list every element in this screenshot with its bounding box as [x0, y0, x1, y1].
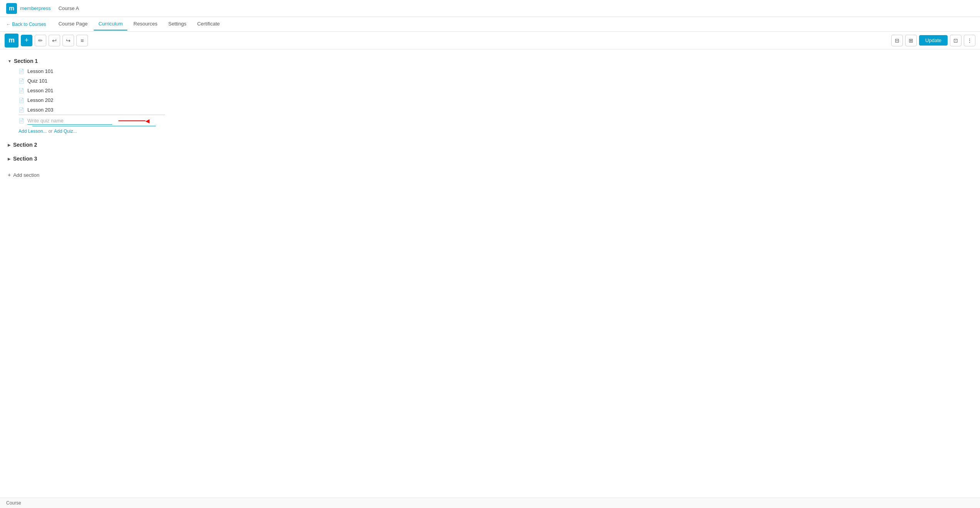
logo-text: memberpress	[20, 5, 51, 11]
tab-settings[interactable]: Settings	[164, 18, 191, 30]
tab-certificate[interactable]: Certificate	[192, 18, 224, 30]
external-link-button[interactable]: ⊞	[905, 35, 917, 46]
lesson-name: Lesson 202	[27, 97, 53, 103]
toolbar: m + ✏ ↩ ↪ ≡ ⊟ ⊞ Update ⊡ ⋮	[0, 32, 980, 49]
list-item: 📄 Lesson 202	[8, 95, 972, 105]
section-2-toggle-icon: ▶	[8, 143, 11, 147]
add-quiz-link[interactable]: Add Quiz...	[54, 129, 77, 134]
lesson-icon: 📄	[19, 107, 24, 113]
quiz-input-row: 📄 ◀	[8, 115, 972, 127]
quiz-name: Quiz 101	[27, 78, 47, 84]
new-quiz-icon: 📄	[19, 118, 24, 124]
tab-resources[interactable]: Resources	[129, 18, 162, 30]
plus-icon: +	[8, 172, 11, 178]
section-3-title: Section 3	[13, 156, 37, 162]
list-item: 📄 Lesson 203	[8, 105, 972, 115]
list-button[interactable]: ≡	[76, 35, 88, 46]
section-2: ▶ Section 2	[8, 139, 972, 150]
section-3-header[interactable]: ▶ Section 3	[8, 153, 972, 164]
update-button[interactable]: Update	[919, 35, 948, 46]
logo-area: m memberpress Course A	[6, 3, 79, 14]
add-section-row[interactable]: + Add section	[8, 169, 972, 181]
section-3-toggle-icon: ▶	[8, 157, 11, 161]
add-lesson-link[interactable]: Add Lesson...	[19, 129, 47, 134]
course-name: Course A	[58, 5, 79, 11]
lesson-icon: 📄	[19, 88, 24, 93]
nav-tabs: ← Back to Courses Course Page Curriculum…	[0, 17, 980, 32]
section-2-header[interactable]: ▶ Section 2	[8, 139, 972, 150]
pencil-button[interactable]: ✏	[35, 35, 46, 46]
add-lesson-quiz-row: Add Lesson... or Add Quiz...	[8, 126, 972, 136]
section-1-header[interactable]: ▼ Section 1	[8, 56, 972, 66]
add-button[interactable]: +	[21, 35, 32, 46]
section-1-toggle-icon: ▼	[8, 59, 12, 63]
section-1-title: Section 1	[14, 58, 38, 64]
more-options-button[interactable]: ⋮	[964, 35, 975, 46]
red-arrow-annotation: ◀	[118, 118, 150, 124]
section-2-title: Section 2	[13, 142, 37, 148]
lesson-icon: 📄	[19, 69, 24, 74]
tab-curriculum[interactable]: Curriculum	[94, 18, 127, 30]
lesson-icon: 📄	[19, 98, 24, 103]
redo-button[interactable]: ↪	[62, 35, 74, 46]
add-section-label: Add section	[13, 172, 39, 178]
list-item: 📄 Quiz 101	[8, 76, 972, 86]
toolbar-right: ⊟ ⊞ Update ⊡ ⋮	[891, 35, 975, 46]
or-text: or	[48, 129, 52, 134]
quiz-name-input[interactable]	[27, 117, 112, 125]
logo-m-icon: m	[6, 3, 17, 14]
section-1: ▼ Section 1 📄 Lesson 101 📄 Quiz 101 📄 Le…	[8, 56, 972, 136]
m-logo-button[interactable]: m	[5, 34, 19, 47]
lesson-name: Lesson 203	[27, 107, 53, 113]
top-bar: m memberpress Course A	[0, 0, 980, 17]
quiz-icon: 📄	[19, 78, 24, 84]
section-3: ▶ Section 3	[8, 153, 972, 164]
list-item: 📄 Lesson 201	[8, 86, 972, 95]
panel-button[interactable]: ⊡	[950, 35, 961, 46]
main-content: ▼ Section 1 📄 Lesson 101 📄 Quiz 101 📄 Le…	[0, 49, 980, 187]
back-to-courses-link[interactable]: ← Back to Courses	[6, 22, 46, 27]
lesson-name: Lesson 201	[27, 88, 53, 93]
list-item: 📄 Lesson 101	[8, 66, 972, 76]
lesson-name: Lesson 101	[27, 68, 53, 74]
undo-button[interactable]: ↩	[49, 35, 60, 46]
view-mode-button[interactable]: ⊟	[891, 35, 903, 46]
tab-course-page[interactable]: Course Page	[54, 18, 92, 30]
toolbar-left: m + ✏ ↩ ↪ ≡	[5, 34, 88, 47]
